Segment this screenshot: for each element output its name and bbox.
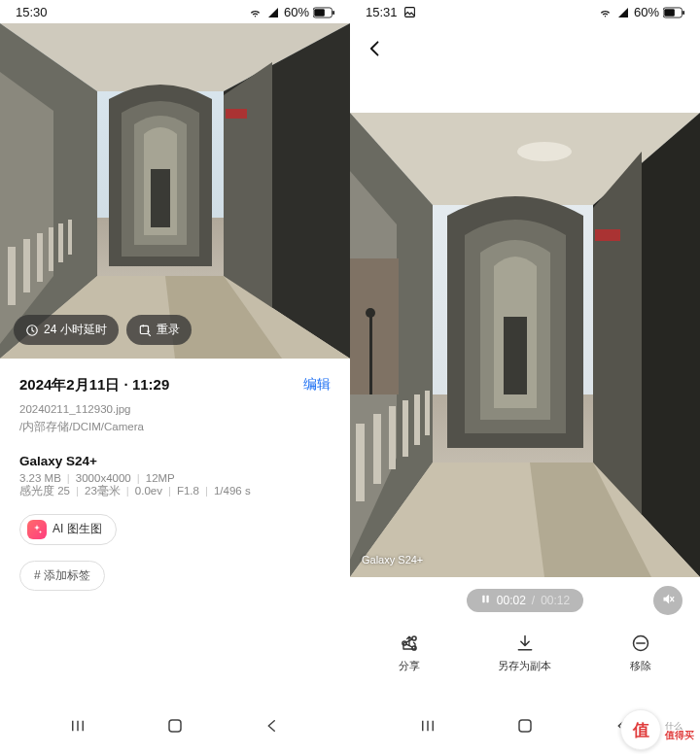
watermark-text: Galaxy S24+ [362,554,423,566]
svg-rect-22 [169,720,181,732]
picture-icon [403,6,416,18]
nav-recents-icon[interactable] [69,717,87,738]
nav-back-icon[interactable] [263,717,281,738]
photo-preview[interactable]: 24 小时延时 重录 [0,23,350,359]
svg-rect-40 [402,400,408,457]
ai-sparkle-icon [27,520,47,539]
share-icon [400,634,419,653]
tag-chip-label: # 添加标签 [34,567,90,584]
back-row [350,23,700,64]
svg-rect-10 [151,169,170,227]
edit-button[interactable]: 编辑 [303,376,331,394]
mute-button[interactable] [653,586,682,615]
filename: 20240211_112930.jpg [19,400,331,418]
svg-point-30 [517,142,572,161]
svg-rect-42 [425,391,430,435]
rerecord-label: 重录 [157,322,180,338]
svg-rect-11 [8,247,16,305]
video-viewer: Galaxy S24+ 00:02 / 00:12 分享 另存为副本 [350,113,700,673]
svg-rect-38 [373,414,381,484]
remove-icon [631,634,650,653]
badge-text: 什么 值得买 [665,720,694,740]
download-icon [515,634,535,653]
svg-rect-59 [519,720,531,732]
floating-badge[interactable]: 值 什么 值得买 [620,709,694,750]
svg-rect-45 [595,229,620,241]
wifi-icon [598,7,612,18]
photo-overlay-pills: 24 小时延时 重录 [14,315,192,345]
rerecord-pill[interactable]: 重录 [126,315,192,345]
time-current: 00:02 [497,594,526,607]
status-bar: 15:30 60% [0,0,350,23]
nav-bar [0,707,350,748]
share-button[interactable]: 分享 [399,634,420,673]
svg-rect-21 [140,326,148,333]
remove-label: 移除 [630,659,651,673]
time-sep: / [532,594,535,607]
svg-point-47 [366,308,375,318]
status-right: 60% [598,5,684,19]
back-button[interactable] [366,39,684,58]
filepath: /内部存储/DCIM/Camera [19,418,331,435]
status-time: 15:30 [16,5,48,19]
play-pill[interactable]: 00:02 / 00:12 [467,589,583,612]
battery-text: 60% [284,5,309,19]
ai-chip-label: AI 图生图 [52,521,102,537]
svg-rect-23 [404,8,414,17]
svg-rect-37 [356,424,365,501]
save-copy-button[interactable]: 另存为副本 [498,634,551,673]
badge-circle: 值 [620,709,661,750]
pause-icon [480,594,491,607]
svg-rect-13 [37,233,43,282]
clock-icon [25,324,39,337]
svg-rect-19 [226,109,247,119]
wifi-icon [248,7,262,18]
share-label: 分享 [399,659,420,673]
svg-rect-16 [68,220,72,255]
nav-recents-icon[interactable] [419,717,437,738]
play-bar: 00:02 / 00:12 [350,589,700,612]
svg-rect-26 [682,10,684,14]
save-copy-label: 另存为副本 [498,659,551,673]
photo-details: 2024年2月11日 · 11:29 编辑 20240211_112930.jp… [0,359,350,591]
signal-icon [616,7,630,18]
device-model: Galaxy S24+ [19,454,331,468]
phone-right: 15:31 60% [350,0,700,754]
svg-rect-46 [369,317,372,394]
meta-line-1: 3.23 MB|3000x4000|12MP [19,472,331,484]
delay-label: 24 小时延时 [44,322,107,338]
add-tag-chip[interactable]: # 添加标签 [19,561,105,591]
action-row: 分享 另存为副本 移除 [350,634,700,673]
svg-rect-25 [664,9,675,17]
battery-icon [313,7,334,18]
battery-icon [663,7,684,18]
nav-home-icon[interactable] [166,717,184,738]
status-time: 15:31 [366,5,398,19]
svg-rect-39 [389,406,396,469]
delay-pill[interactable]: 24 小时延时 [14,315,119,345]
svg-rect-41 [414,394,420,445]
svg-rect-12 [23,239,30,292]
time-total: 00:12 [541,594,570,607]
battery-text: 60% [634,5,659,19]
status-right: 60% [248,5,334,19]
rerecord-icon [138,324,152,337]
video-frame[interactable]: Galaxy S24+ [350,113,700,577]
photo-datetime: 2024年2月11日 · 11:29 [19,376,169,394]
mute-icon [661,592,676,610]
svg-rect-2 [332,10,334,14]
svg-rect-15 [58,223,63,262]
svg-rect-36 [504,317,527,394]
svg-rect-49 [486,596,488,602]
svg-rect-48 [482,596,484,602]
status-bar: 15:31 60% [350,0,700,23]
svg-rect-1 [314,9,325,17]
signal-icon [266,7,280,18]
svg-rect-35 [350,258,399,394]
svg-rect-14 [49,227,53,271]
meta-line-2: 感光度 25|23毫米|0.0ev|F1.8|1/496 s [19,484,331,498]
nav-home-icon[interactable] [516,717,534,738]
ai-image-chip[interactable]: AI 图生图 [19,514,117,545]
phone-left: 15:30 60% [0,0,350,754]
remove-button[interactable]: 移除 [630,634,651,673]
